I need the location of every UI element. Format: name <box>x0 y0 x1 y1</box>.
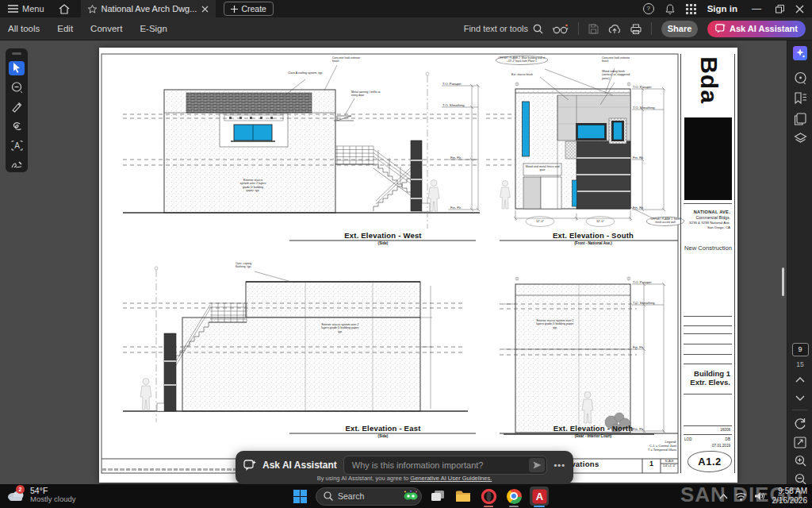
menu-label: Menu <box>22 4 44 13</box>
quick-tools-rail: A <box>6 48 28 172</box>
taskbar-search[interactable]: Search <box>316 487 422 506</box>
save-icon[interactable] <box>588 24 599 34</box>
network-icon[interactable] <box>735 491 747 501</box>
drawn-by: LOD <box>684 437 691 441</box>
marker-pen-icon <box>11 102 22 113</box>
clock-widget[interactable]: 9:58 AM 2/16/2026 <box>772 487 808 506</box>
find-control[interactable]: Find text or tools <box>464 24 543 34</box>
start-button[interactable] <box>290 487 309 506</box>
desktop: { "titlebar": { "menu": "Menu", "tab_tit… <box>0 0 812 508</box>
level-label: Fin. Flr. <box>450 156 462 160</box>
rotate-page-button[interactable] <box>787 418 812 430</box>
annotation-coping: Cont. coping flashing, typ. <box>236 262 262 269</box>
west-elevation-title: Ext. Elevation - West <box>320 231 446 240</box>
close-button[interactable] <box>795 5 804 13</box>
vertical-scrollbar[interactable] <box>782 267 784 296</box>
zoom-in-button[interactable] <box>787 455 812 467</box>
toolbar-item-all-tools[interactable]: All tools <box>8 24 40 33</box>
file-explorer-button[interactable] <box>454 487 473 506</box>
project-status: New Construction <box>684 244 732 252</box>
page-thumbnails-panel-icon[interactable] <box>787 113 812 125</box>
create-label: Create <box>241 4 266 13</box>
dimension-12ft: 12'-0" <box>529 219 551 223</box>
home-button[interactable] <box>59 4 70 14</box>
toolbar-item-edit[interactable]: Edit <box>57 24 73 33</box>
east-elevation-graphic <box>123 267 476 433</box>
comment-tool[interactable] <box>9 80 25 94</box>
print-icon[interactable] <box>630 24 642 34</box>
apps-grid-icon[interactable] <box>686 4 696 14</box>
cloud-upload-icon[interactable] <box>608 24 621 34</box>
fill-sign-tool[interactable] <box>9 158 25 172</box>
tray-chevron-icon[interactable] <box>719 494 728 499</box>
previous-page-button[interactable] <box>787 376 812 383</box>
ai-assistant-panel-icon[interactable] <box>787 46 812 60</box>
ai-question-input[interactable] <box>350 460 527 471</box>
ai-assistant-icon <box>243 460 256 471</box>
callout-offset-plane-1: OFFSET PLANE 1: Steel mesh accent wall <box>646 217 684 226</box>
volume-icon[interactable] <box>754 491 765 501</box>
toolbar-item-convert[interactable]: Convert <box>90 24 122 33</box>
job-number: 16006 <box>720 428 730 432</box>
notifications-icon[interactable] <box>665 4 675 14</box>
comments-panel-icon[interactable] <box>787 71 812 85</box>
cursor-arrow-icon <box>12 63 21 73</box>
tray-date: 2/16/2026 <box>772 496 808 506</box>
highlight-tool[interactable] <box>9 100 25 114</box>
north-elevation-subtitle: (Rear - Interior Court) <box>530 434 657 438</box>
bookmarks-panel-icon[interactable] <box>787 92 812 105</box>
level-label: T.O. Parapet <box>442 82 462 86</box>
file-explorer-icon <box>455 490 471 502</box>
help-icon[interactable]: ? <box>643 3 654 14</box>
title-block: Bda NATIONAL AVE. Commercial Bldgs. 3236… <box>680 54 735 473</box>
task-view-button[interactable] <box>428 487 447 506</box>
zoom-out-button[interactable] <box>787 473 812 485</box>
task-view-icon <box>431 490 445 502</box>
annotation-stucco-east: Exterior stucco system over 2 layers gra… <box>320 323 361 333</box>
create-button[interactable]: Create <box>224 2 274 16</box>
share-button[interactable]: Share <box>661 21 698 37</box>
chrome-browser-button[interactable] <box>504 487 523 506</box>
weather-widget[interactable]: 2 54°F Mostly cloudy <box>6 486 76 504</box>
layers-panel-icon[interactable] <box>787 133 812 144</box>
minimize-button[interactable]: — <box>749 3 764 14</box>
document-tab[interactable]: National Ave Arch Dwg... <box>81 0 216 17</box>
current-page-input[interactable]: 9 <box>792 343 809 356</box>
ai-glasses-icon[interactable] <box>553 24 569 34</box>
plus-icon <box>231 6 238 13</box>
restore-button[interactable] <box>776 5 784 13</box>
level-label: Fin. Flr. <box>450 206 462 210</box>
svg-text:A: A <box>14 141 20 150</box>
draw-tool[interactable] <box>9 119 25 133</box>
scale-label: SCALE <box>661 460 678 463</box>
add-text-tool[interactable]: A <box>9 138 25 152</box>
next-page-button[interactable] <box>787 395 812 402</box>
svg-text:A: A <box>535 491 543 502</box>
annotation-stucco-west: Exterior stucco system over 2 layers gra… <box>239 179 267 192</box>
firm-logo: Bda <box>695 53 722 108</box>
tab-title: National Ave Arch Dwg... <box>102 4 197 13</box>
ask-ai-label: Ask AI Assistant <box>730 24 798 33</box>
fit-page-button[interactable] <box>787 437 812 448</box>
south-elevation-graphic <box>486 68 678 241</box>
sign-in-button[interactable]: Sign in <box>707 4 737 13</box>
acrobat-button-active[interactable]: A <box>530 487 549 506</box>
ai-more-options-button[interactable]: ••• <box>553 460 565 470</box>
search-icon <box>324 491 333 501</box>
select-tool[interactable] <box>9 61 25 75</box>
ask-ai-assistant-button[interactable]: Ask AI Assistant <box>707 21 806 37</box>
sheet-name: Building 1 Extr. Elevs. <box>690 370 730 387</box>
tray-time: 9:58 AM <box>772 487 808 496</box>
logo-image-block <box>684 117 732 200</box>
signature-icon <box>11 160 23 170</box>
ai-guidelines-link[interactable]: Generative AI User Guidelines. <box>410 475 492 482</box>
level-label: Fin. Flr. <box>633 345 644 349</box>
toolbar-item-esign[interactable]: E-Sign <box>140 24 167 33</box>
sheet-number: A1.2 <box>698 456 721 468</box>
ai-send-button[interactable] <box>529 458 545 472</box>
tab-close-icon[interactable] <box>201 6 209 13</box>
rail-handle[interactable] <box>12 52 21 55</box>
project-address1: 3236 & 3238 National Ave. <box>689 221 730 225</box>
menu-button[interactable]: Menu <box>8 4 44 13</box>
opera-browser-button[interactable] <box>479 487 498 506</box>
